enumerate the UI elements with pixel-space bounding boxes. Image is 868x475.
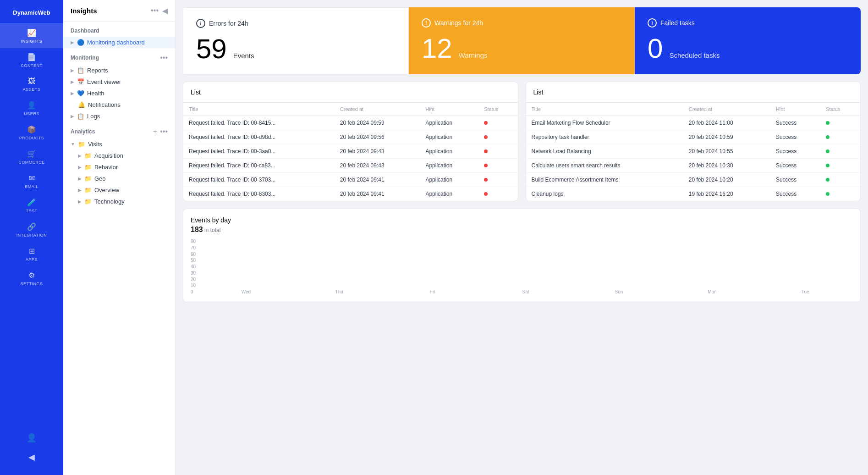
sidebar-item-commerce[interactable]: 🛒 COMMERCE	[0, 145, 63, 169]
sidebar-item-apps[interactable]: ⊞ APPS	[0, 242, 63, 266]
table-row[interactable]: Repository task handler 20 feb 2024 10:5…	[526, 130, 861, 144]
nav-logs[interactable]: ▶ 📋 Logs	[63, 110, 175, 122]
bar-day-label: Tue	[802, 289, 809, 294]
sidebar-label-integration: INTEGRATION	[16, 233, 47, 238]
sidebar-item-insights[interactable]: 📈 INSIGHTS	[0, 24, 63, 48]
sidebar-label-products: PRODUCTS	[19, 136, 44, 140]
collapse-panel-icon[interactable]: ◀	[162, 6, 168, 15]
errors-label: Errors for 24h	[209, 20, 248, 27]
tasks-list-title: List	[526, 82, 861, 103]
table-row[interactable]: Cleanup logs 19 feb 2024 16:20 Success	[526, 187, 861, 201]
nav-geo[interactable]: ▶ 📁 Geo	[63, 173, 175, 184]
nav-notifications[interactable]: 🔔 Notifications	[63, 99, 175, 110]
table-row[interactable]: Request failed. Trace ID: 00-8303... 20 …	[183, 187, 518, 201]
sidebar-label-assets: ASSETS	[23, 87, 41, 92]
col-created: Created at	[335, 103, 420, 116]
sidebar-item-integration[interactable]: 🔗 INTEGRATION	[0, 218, 63, 242]
nav-visits[interactable]: ▼ 📁 Visits	[63, 138, 175, 150]
col-status: Status	[478, 103, 517, 116]
bar-group: Fri	[389, 287, 476, 294]
status-dot	[826, 121, 830, 125]
insights-icon: 📈	[27, 28, 36, 37]
errors-card-header: i Errors for 24h	[196, 19, 254, 28]
failed-tasks-card: i Failed tasks 0 Scheduled tasks	[635, 7, 861, 74]
table-row[interactable]: Request failed. Trace ID: 00-3703... 20 …	[183, 173, 518, 187]
table-row[interactable]: Calculate users smart search results 20 …	[526, 159, 861, 173]
nav-behavior[interactable]: ▶ 📁 Behavior	[63, 161, 175, 173]
monitoring-actions[interactable]: •••	[160, 54, 168, 62]
add-monitoring-icon[interactable]: •••	[160, 54, 168, 62]
settings-icon: ⚙	[28, 271, 35, 280]
warnings-card: ! Warnings for 24h 12 Warnings	[409, 7, 635, 74]
failed-info-icon: i	[648, 18, 657, 28]
col-hint: Hint	[420, 103, 478, 116]
status-dot	[484, 192, 488, 196]
table-row[interactable]: Network Load Balancing 20 feb 2024 10:55…	[526, 144, 861, 159]
errors-table: Title Created at Hint Status Request fai…	[183, 103, 518, 201]
row-created: 20 feb 2024 09:43	[335, 144, 420, 159]
add-analytics-icon[interactable]: +	[153, 127, 157, 136]
chevron-right-icon: ▶	[71, 40, 74, 45]
more-analytics-icon[interactable]: •••	[160, 127, 168, 136]
reports-label: Reports	[87, 67, 108, 74]
failed-sublabel: Scheduled tasks	[669, 51, 720, 59]
row-title: Request failed. Trace ID: 00-3aa0...	[183, 144, 335, 159]
sidebar-item-products[interactable]: 📦 PRODUCTS	[0, 121, 63, 145]
row-status	[820, 159, 860, 173]
row-status	[820, 130, 860, 144]
user-profile-button[interactable]: 👤	[24, 430, 39, 446]
row-created: 20 feb 2024 09:41	[335, 173, 420, 187]
collapse-icon: ◀	[28, 452, 35, 462]
sidebar-item-settings[interactable]: ⚙ SETTINGS	[0, 266, 63, 291]
chevron-icon: ▶	[78, 188, 82, 193]
status-dot	[484, 178, 488, 182]
content-icon: 📄	[27, 53, 36, 61]
sidebar-item-test[interactable]: 🧪 TEST	[0, 193, 63, 218]
row-title: Request failed. Trace ID: 00-8303...	[183, 187, 335, 201]
row-title: Network Load Balancing	[526, 144, 683, 159]
nav-acquisition[interactable]: ▶ 📁 Acquisition	[63, 150, 175, 161]
row-created: 20 feb 2024 09:59	[335, 116, 420, 130]
table-row[interactable]: Request failed. Trace ID: 00-ca83... 20 …	[183, 159, 518, 173]
analytics-actions[interactable]: + •••	[153, 127, 168, 136]
table-row[interactable]: Email Marketing Flow Scheduler 20 feb 20…	[526, 116, 861, 130]
nav-reports[interactable]: ▶ 📋 Reports	[63, 65, 175, 76]
col-title: Title	[183, 103, 335, 116]
sidebar-item-assets[interactable]: 🖼 ASSETS	[0, 72, 63, 96]
notifications-label: Notifications	[88, 101, 121, 108]
table-row[interactable]: Request failed. Trace ID: 00-3aa0... 20 …	[183, 144, 518, 159]
errors-list-title: List	[183, 82, 518, 103]
row-status	[478, 159, 517, 173]
sidebar-item-content[interactable]: 📄 CONTENT	[0, 48, 63, 72]
sidebar-item-users[interactable]: 👤 USERS	[0, 96, 63, 121]
table-row[interactable]: Request failed. Trace ID: 00-d98d... 20 …	[183, 130, 518, 144]
behavior-label: Behavior	[94, 164, 118, 171]
status-dot	[826, 192, 830, 196]
row-created: 20 feb 2024 09:41	[335, 187, 420, 201]
sidebar-item-email[interactable]: ✉ EMAIL	[0, 169, 63, 193]
row-status	[478, 173, 517, 187]
nav-health[interactable]: ▶ 💙 Health	[63, 88, 175, 99]
row-created: 20 feb 2024 10:20	[683, 173, 770, 187]
table-row[interactable]: Build Ecommerce Assortment Items 20 feb …	[526, 173, 861, 187]
chart-bars: Wed Thu Fri Sat Sun Mon Tue	[198, 239, 853, 294]
row-status	[478, 116, 517, 130]
table-row[interactable]: Request failed. Trace ID: 00-8415... 20 …	[183, 116, 518, 130]
sidebar-label-users: USERS	[24, 111, 39, 116]
chevron-icon: ▶	[78, 153, 82, 158]
errors-list-card: List Title Created at Hint Status Reques…	[183, 82, 518, 201]
row-status	[820, 187, 860, 201]
row-created: 20 feb 2024 09:56	[335, 130, 420, 144]
panel-actions[interactable]: ••• ◀	[151, 6, 168, 15]
nav-overview[interactable]: ▶ 📁 Overview	[63, 184, 175, 196]
lists-row: List Title Created at Hint Status Reques…	[183, 82, 861, 201]
collapse-sidebar-button[interactable]: ◀	[24, 449, 39, 465]
nav-technology[interactable]: ▶ 📁 Technology	[63, 196, 175, 207]
more-options-icon[interactable]: •••	[151, 6, 159, 15]
nav-event-viewer[interactable]: ▶ 📅 Event viewer	[63, 76, 175, 88]
tasks-list-card: List Title Created at Hint Status Email …	[526, 82, 861, 201]
nav-monitoring-dashboard[interactable]: ▶ 🔵 Monitoring dashboard	[63, 37, 175, 48]
visits-icon: 📁	[78, 141, 85, 148]
row-hint: Success	[770, 173, 820, 187]
left-panel: Insights ••• ◀ Dashboard ▶ 🔵 Monitoring …	[63, 0, 176, 475]
